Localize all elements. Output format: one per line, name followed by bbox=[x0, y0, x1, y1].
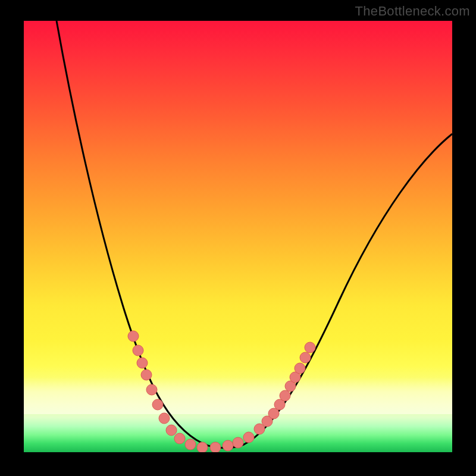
data-point-dot bbox=[295, 363, 305, 374]
data-point-dot bbox=[128, 331, 139, 342]
data-point-dot bbox=[243, 432, 254, 443]
data-point-dot bbox=[210, 442, 221, 452]
bottleneck-curve bbox=[57, 21, 452, 448]
data-point-dot bbox=[305, 342, 315, 353]
data-point-dot bbox=[141, 369, 152, 380]
data-point-dot bbox=[254, 424, 265, 434]
chart-frame: TheBottleneck.com bbox=[0, 0, 476, 476]
dots-layer bbox=[24, 21, 452, 452]
pale-band bbox=[24, 377, 452, 414]
data-point-dot bbox=[300, 352, 311, 363]
data-point-dot bbox=[233, 437, 243, 448]
data-point-dot bbox=[262, 416, 273, 427]
data-point-dot bbox=[146, 384, 157, 395]
data-point-dot bbox=[133, 345, 143, 356]
watermark-text: TheBottleneck.com bbox=[355, 4, 470, 19]
data-point-dot bbox=[268, 408, 279, 419]
data-point-dot bbox=[197, 442, 208, 452]
curve-layer bbox=[24, 21, 452, 452]
data-point-dot bbox=[274, 399, 285, 410]
data-point-dot bbox=[174, 433, 185, 444]
data-point-dot bbox=[185, 439, 196, 450]
data-point-dot bbox=[166, 425, 177, 436]
data-point-dot bbox=[159, 413, 170, 424]
plot-area bbox=[24, 21, 452, 452]
data-point-dot bbox=[285, 381, 296, 392]
data-point-dot bbox=[290, 372, 300, 383]
data-point-dot bbox=[280, 390, 290, 401]
data-point-dot bbox=[223, 440, 233, 451]
data-point-dot bbox=[137, 358, 148, 368]
data-point-dot bbox=[152, 399, 163, 410]
